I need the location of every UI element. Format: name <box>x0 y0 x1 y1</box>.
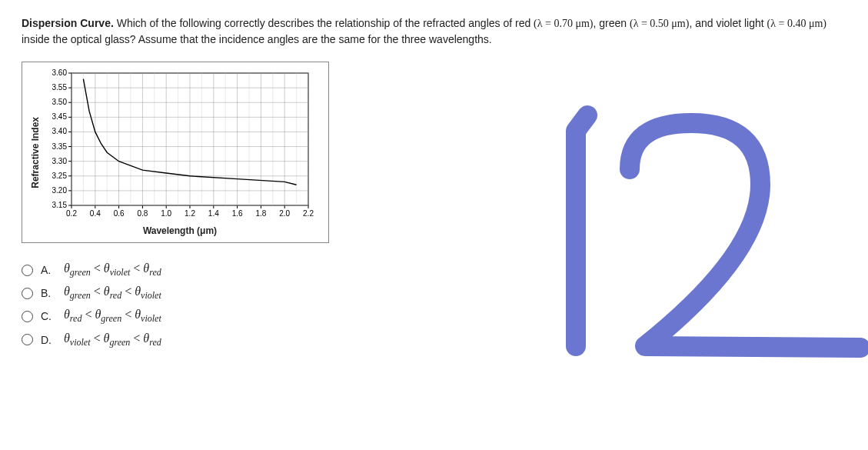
option-letter: C. <box>41 310 56 322</box>
option-a-text: θgreen < θviolet < θred <box>64 262 161 278</box>
q-body-1: Which of the following correctly describ… <box>114 17 534 29</box>
radio-icon[interactable] <box>22 265 33 276</box>
svg-text:3.20: 3.20 <box>52 186 68 195</box>
svg-text:0.6: 0.6 <box>114 209 125 218</box>
svg-text:2.2: 2.2 <box>303 209 314 218</box>
svg-text:3.30: 3.30 <box>52 157 68 165</box>
x-axis-label: Wavelength (μm) <box>143 225 217 236</box>
svg-text:1.8: 1.8 <box>255 209 266 218</box>
svg-text:3.40: 3.40 <box>52 127 68 135</box>
svg-text:3.15: 3.15 <box>52 201 68 209</box>
option-c-text: θred < θgreen < θviolet <box>64 308 161 325</box>
svg-text:3.25: 3.25 <box>52 172 68 180</box>
svg-text:3.50: 3.50 <box>52 98 68 106</box>
dispersion-chart: Refractive Index 0.20.40.60.81.01.21.41.… <box>22 62 329 243</box>
q-sep1: , green <box>594 17 630 29</box>
question-title: Dispersion Curve. <box>22 17 114 29</box>
y-axis-label: Refractive Index <box>30 117 41 188</box>
option-letter: B. <box>41 287 56 299</box>
svg-text:1.4: 1.4 <box>208 209 219 218</box>
q-green-eq: (λ = 0.50 μm) <box>630 18 689 29</box>
radio-icon[interactable] <box>22 311 33 322</box>
svg-text:1.6: 1.6 <box>232 209 243 218</box>
options-group: A. θgreen < θviolet < θred B. θgreen < θ… <box>22 262 846 348</box>
svg-text:0.2: 0.2 <box>66 209 77 218</box>
svg-text:3.45: 3.45 <box>52 112 68 121</box>
option-letter: A. <box>41 264 56 276</box>
option-c[interactable]: C. θred < θgreen < θviolet <box>22 308 846 325</box>
option-d-text: θviolet < θgreen < θred <box>64 332 161 348</box>
svg-text:2.0: 2.0 <box>279 209 290 218</box>
option-letter: D. <box>41 334 56 346</box>
svg-text:1.0: 1.0 <box>161 209 171 218</box>
svg-text:3.35: 3.35 <box>52 142 68 151</box>
option-b-text: θgreen < θred < θviolet <box>64 285 161 302</box>
q-sep2: , and violet light <box>689 17 767 29</box>
chart-svg: 0.20.40.60.81.01.21.41.61.82.02.23.153.2… <box>45 68 314 222</box>
option-d[interactable]: D. θviolet < θgreen < θred <box>22 332 846 348</box>
svg-text:3.55: 3.55 <box>52 83 68 92</box>
svg-text:0.4: 0.4 <box>90 209 101 218</box>
q-body-2: inside the optical glass? Assume that th… <box>22 33 492 45</box>
q-violet-eq: (λ = 0.40 μm) <box>767 18 826 29</box>
radio-icon[interactable] <box>22 334 33 345</box>
option-a[interactable]: A. θgreen < θviolet < θred <box>22 262 846 278</box>
svg-text:3.60: 3.60 <box>52 68 68 77</box>
q-red-eq: (λ = 0.70 μm) <box>534 18 593 29</box>
option-b[interactable]: B. θgreen < θred < θviolet <box>22 285 846 302</box>
question-text: Dispersion Curve. Which of the following… <box>22 15 846 48</box>
svg-text:0.8: 0.8 <box>137 209 148 218</box>
svg-text:1.2: 1.2 <box>185 209 195 218</box>
radio-icon[interactable] <box>22 288 33 299</box>
